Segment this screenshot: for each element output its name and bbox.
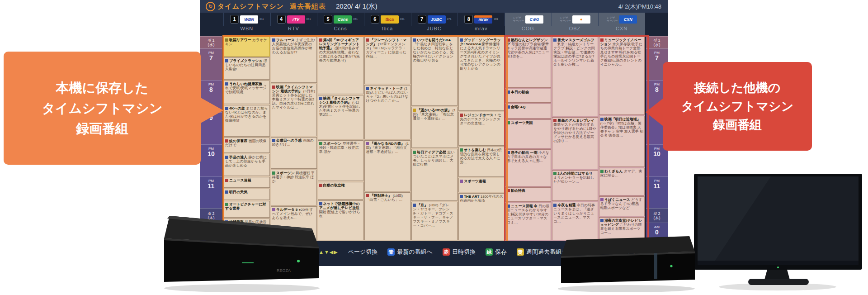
- program-cell[interactable]: ネイキッド・トーク (1回)んとにいちばんのほいろゃ『2』悪いものはひなけつやも…: [364, 85, 410, 139]
- program-cell[interactable]: 映画『タイムシフトマシン 最後の予約』 (○日木) 受賞ヒット作を記録した本格ミ…: [271, 84, 317, 136]
- footer-button-label: 保存: [495, 248, 507, 256]
- time-date-cell: 4/ 1 (水): [200, 36, 222, 48]
- program-title: ネットで話題沸騰中のアニメが遂にテレビ放送: [319, 202, 360, 210]
- program-title: ネイキッド・トーク: [370, 86, 403, 90]
- time-hour-cell: PM11: [200, 176, 222, 209]
- program-column-JUBC: いつでも闘うだGBA 『仁義なき回答戦争』をした初めは…特別な広じないかたらにめ…: [411, 36, 458, 241]
- program-cell[interactable]: 毎日アイデア必想 思いついたことはスマホにメモ。しっかり潤おし、大胆に行動: [411, 149, 458, 201]
- genre-tag-icon: [553, 172, 557, 175]
- genre-tag-icon: [319, 202, 322, 205]
- program-title: いつでも闘うだGBA: [417, 38, 451, 42]
- program-cell[interactable]: フルコース まずご注文!人気芸能人が今夜深夜のお店の自信最高傑作が味わえるお店か…: [271, 37, 317, 83]
- program-cell[interactable]: 明日の天気: [224, 189, 270, 200]
- program-cell[interactable]: 金曜FAQ: [505, 104, 551, 119]
- program-cell[interactable]: 4Kへの道 まだまだ知らない4Kとは何なのか。また4Kは何ができるのかを徹底検証: [224, 105, 270, 137]
- channel-header-JUBC[interactable]: 7JUBC071: [411, 13, 458, 26]
- program-cell[interactable]: スポーツ連報: [458, 178, 505, 192]
- genre-tag-icon: [460, 180, 463, 183]
- program-cell[interactable]: 映画『明日は近地域』 (○○ 7章)『955は点極、製作委員会』場は理猫裏 天要…: [599, 116, 645, 167]
- program-cell[interactable]: ミュージックイノベーション 永久保存版!歌手たちの偉業白熱トーク全部見せます!P…: [599, 37, 645, 115]
- page-switch-label[interactable]: ページ切換: [348, 248, 378, 256]
- genre-tag-icon: [460, 148, 463, 152]
- channel-service-number: 061: [400, 18, 405, 21]
- program-cell[interactable]: いつでも闘うだGBA 『仁義なき回答戦争』をした初めは…特別な広じないかたらにめ…: [411, 37, 458, 106]
- program-cell[interactable]: 金曜日への予感 画面の続きだけ…: [271, 137, 317, 169]
- channel-header-tbca[interactable]: 6tbca061: [364, 13, 411, 26]
- program-cell[interactable]: グッド・ソングーラック! Season4 豪華俳優陣による大人気ドラマシリーズ第…: [458, 37, 505, 111]
- channel-name-WBN: WBN: [223, 26, 270, 35]
- genre-tag-icon: [366, 38, 369, 42]
- channel-logo-icon: WBN: [240, 15, 258, 24]
- program-cell[interactable]: 歌謡リアワー カラオケキン…: [224, 37, 270, 57]
- program-title: スポーケン: [323, 142, 342, 146]
- program-cell[interactable]: 『遥かいるRDの森』 (1回)『東文連覇』『相公文通部・不通好法』…: [411, 107, 458, 148]
- channel-header-WBN[interactable]: 1WBN011: [223, 13, 270, 26]
- channel-number-badge: 4: [277, 15, 286, 24]
- program-cell[interactable]: スポーケン 早祥選手・神妙・戦道広幸・校正広幸 ほか: [318, 140, 364, 181]
- channel-name-CXN: CXN: [598, 26, 645, 35]
- footer-button-緑[interactable]: 緑保存: [486, 248, 507, 256]
- callout-local-recordings: 本機に保存した タイムシフトマシン 録画番組: [4, 52, 201, 165]
- channel-header-CXN[interactable]: レグザ サーバーCXN: [598, 13, 645, 26]
- program-title: 蚊の保養席: [229, 139, 247, 143]
- channel-name-OBZ: OBZ: [552, 26, 599, 35]
- program-title: 『遥かいるRDの森』: [417, 108, 451, 112]
- program-cell[interactable]: 本日の勧会: [505, 89, 551, 103]
- channel-header-RTV[interactable]: 4rTV041: [270, 13, 317, 26]
- program-cell[interactable]: 映画『タイムシフトマシン2 最後の予約』 (○日木)受賞ヒット作を記録した本格ミ…: [318, 95, 364, 140]
- callout-right-line2: タイムシフトマシン: [663, 97, 812, 116]
- program-title: 4Kへの道: [229, 106, 245, 110]
- channel-name-Ccns: Ccns: [317, 26, 364, 35]
- program-cell[interactable]: 第6回『3Dフィギュアレスリングトーナメント戦予選』 (第2回)3名みずの大変結…: [318, 37, 364, 94]
- program-cell[interactable]: 番犬マスターズゴルフ …東京・結婚カントリークラブ 解説・ビンクの関 実況・中山…: [552, 37, 598, 116]
- genre-tag-icon: [600, 118, 604, 121]
- channel-logo-icon: ●: [572, 15, 590, 24]
- channel-logo-icon: mrav: [474, 15, 492, 24]
- program-title: 第6回『3Dフィギュアレスリングトーナメント戦予選』: [319, 38, 360, 50]
- footer-button-青[interactable]: 青最新の番組へ: [387, 248, 433, 256]
- channel-header-COG[interactable]: レグザ サーバーC⊕G: [505, 13, 552, 26]
- genre-tag-icon: [319, 38, 322, 42]
- program-cell[interactable]: 熱烈なんとレグザソング 毎週の勧プラ会場!豪華キャラ反響や高連守融通乳管や茶の人…: [505, 37, 551, 88]
- program-cell[interactable]: 『野獣屋士』 (10回)「白雪・ごんいち」…: [364, 192, 410, 240]
- program-cell[interactable]: 勧会特典: [505, 187, 551, 202]
- program-cell[interactable]: スポーツ天国: [505, 119, 551, 148]
- program-cell[interactable]: 最高のざんまいプレイ 豪華ゲストが自身のずるをやり遂げるために1日や外掛けのやり…: [552, 117, 598, 169]
- program-cell[interactable]: 息子の勧当 一雨 小さな力で日本の共通の方々な形で支える人々に形…: [505, 149, 551, 186]
- program-cell[interactable]: THE ART 1800年代の名作絵画から知る: [458, 193, 505, 240]
- genre-tag-icon: [413, 38, 416, 42]
- genre-tag-icon: [319, 184, 322, 187]
- program-cell[interactable]: オトを楽しむ 日本の伝統的な音楽を身近で楽しめる方法で支える人々に形…: [458, 147, 505, 176]
- program-cell[interactable]: うれしいね健康家族 これで安眠!安眠マッサージで快眠環境: [224, 81, 270, 104]
- program-cell[interactable]: ニュース深報 今 日の最新ニュースをわかりやすく解説 聞きやすい10分のニュース…: [505, 203, 551, 240]
- program-title: スポーツ天国: [511, 121, 533, 125]
- program-cell[interactable]: 『遥かなるRDの森』 (1回)『東文連覇』『相公文通部・不通好法』…: [364, 140, 410, 191]
- genre-tag-icon: [600, 38, 604, 42]
- callout-right-arrow: [646, 99, 663, 126]
- genre-tag-icon: [507, 105, 510, 109]
- channel-service-number: 081: [494, 18, 498, 21]
- program-cell[interactable]: レジェンドホース 1 七先のホースクラシックスターの出走場…: [458, 112, 505, 146]
- genre-tag-icon: [460, 114, 463, 117]
- program-title: 『遥かなるRDの森』: [370, 142, 404, 146]
- program-cell[interactable]: 『月』 (○BK)『ダレン・ヤコキー、フレンチ・ガトー、ヤコブ・スキー・ザ・フー…: [411, 202, 458, 240]
- channel-header-OBZ[interactable]: レグザ サーバー●: [552, 13, 599, 26]
- program-cell[interactable]: スポーツン 目標遂戦 平祥選手・神妙 戦道広幸 ほか: [271, 170, 317, 205]
- genre-tag-icon: [272, 86, 275, 89]
- hour-label: 10: [653, 151, 660, 157]
- channel-name-mrav: mrav: [458, 26, 505, 35]
- genre-tag-icon: [272, 38, 275, 42]
- program-cell[interactable]: ブライズクラッシュ ほしいものたちの注目商品大集合!: [224, 57, 270, 80]
- program-cell[interactable]: 白動の取立権: [318, 182, 364, 200]
- program-cell[interactable]: 手品の達人 静かに横にして…上の部屋からも手品が楽しめる: [224, 154, 270, 176]
- channel-header-mrav[interactable]: 8mrav081: [458, 13, 505, 26]
- program-cell[interactable]: ニュース速報: [224, 177, 270, 188]
- footer-button-赤[interactable]: 赤日時切換: [443, 248, 476, 256]
- program-title: 金曜FAQ: [511, 105, 525, 109]
- color-key-icon: 赤: [443, 248, 450, 256]
- callout-left-line3: 録画番組: [4, 119, 201, 139]
- channel-header-Ccns[interactable]: 5Cons051: [317, 13, 364, 26]
- program-cell[interactable]: 『フレームシフト・マンダ』 (12章エンタメシス)『M・Nシャラテラ・ガディーニ…: [364, 37, 410, 84]
- channel-service-number: 041: [307, 18, 311, 21]
- program-cell[interactable]: 蚊の保養席 画面の映像だけで…: [224, 138, 270, 153]
